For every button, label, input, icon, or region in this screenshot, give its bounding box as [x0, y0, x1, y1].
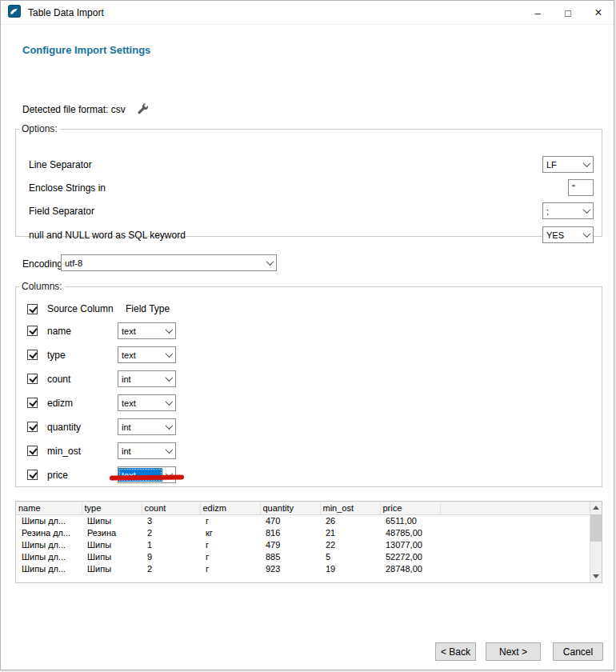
enclose-strings-input[interactable]	[568, 179, 594, 196]
maximize-button[interactable]: □	[553, 1, 583, 25]
field-separator-label: Field Separator	[29, 206, 94, 217]
app-icon	[8, 5, 21, 21]
detected-format-label: Detected file format: csv	[22, 104, 126, 115]
cell: Шипы	[82, 562, 142, 574]
field-separator-select[interactable]: ;	[542, 202, 594, 219]
line-separator-value: LF	[543, 158, 580, 171]
next-button[interactable]: Next >	[486, 642, 541, 661]
col-header-name[interactable]: name	[16, 502, 82, 514]
cell: 26	[320, 514, 380, 526]
col-header-count[interactable]: count	[142, 502, 200, 514]
column-row-min-ost: min_ost int	[27, 442, 81, 459]
minimize-button[interactable]: –	[522, 1, 553, 25]
cell: 3	[142, 514, 200, 526]
col-header-price[interactable]: price	[380, 502, 440, 514]
cell: Шипы дл...	[16, 562, 82, 574]
preview-row[interactable]: Шипы дл... Шипы 3 г 470 26 6511,00	[16, 514, 590, 526]
field-type-value: text	[118, 396, 162, 410]
preview-row[interactable]: Шипы дл... Шипы 9 г 885 5 52272,00	[16, 550, 590, 562]
cell: 9	[142, 550, 200, 562]
column-name: name	[47, 326, 71, 337]
chevron-down-icon	[162, 419, 175, 434]
null-keyword-label: null and NULL word as SQL keyword	[29, 230, 186, 241]
scroll-up-button[interactable]	[590, 502, 602, 514]
column-name: price	[47, 470, 68, 481]
window-title: Table Data Import	[28, 7, 104, 18]
column-checkbox-name[interactable]	[27, 326, 38, 336]
scroll-down-button[interactable]	[590, 570, 602, 582]
column-name: quantity	[47, 422, 81, 433]
column-checkbox-type[interactable]	[27, 350, 38, 360]
option-row-null-keyword: null and NULL word as SQL keyword YES	[29, 226, 594, 243]
col-header-quantity[interactable]: quantity	[260, 502, 320, 514]
vertical-scrollbar[interactable]	[590, 502, 602, 582]
scroll-thumb[interactable]	[590, 514, 602, 542]
column-checkbox-count[interactable]	[27, 374, 38, 384]
field-type-select-type[interactable]: text	[118, 346, 176, 363]
options-group: Options: Line Separator LF Enclose Strin…	[15, 123, 602, 237]
cell: 21	[320, 526, 380, 538]
null-keyword-value: YES	[543, 228, 580, 242]
line-separator-select[interactable]: LF	[542, 156, 594, 173]
column-checkbox-quantity[interactable]	[27, 422, 38, 432]
titlebar: Table Data Import – □ ×	[1, 1, 614, 25]
cell: Шипы	[82, 538, 142, 550]
cell: Шипы	[82, 514, 142, 526]
col-header-edizm[interactable]: edizm	[200, 502, 260, 514]
cell: г	[200, 550, 260, 562]
window-controls: – □ ×	[522, 1, 614, 25]
cell: 885	[260, 550, 320, 562]
column-checkbox-min-ost[interactable]	[27, 446, 38, 456]
col-header-min-ost[interactable]: min_ost	[320, 502, 380, 514]
field-type-select-quantity[interactable]: int	[118, 418, 176, 435]
cell: 470	[260, 514, 320, 526]
field-separator-value: ;	[543, 204, 580, 218]
chevron-down-icon	[580, 157, 593, 172]
cell: Шипы	[82, 550, 142, 562]
cell: 1	[142, 538, 200, 550]
chevron-down-icon	[580, 227, 593, 242]
preview-table: name type count edizm quantity min_ost p…	[15, 501, 602, 583]
column-checkbox-edizm[interactable]	[27, 398, 38, 408]
encoding-value: utf-8	[62, 256, 263, 270]
field-type-select-count[interactable]: int	[118, 370, 176, 387]
encoding-label: Encoding:	[22, 258, 65, 270]
cancel-button[interactable]: Cancel	[553, 642, 603, 661]
chevron-down-icon	[580, 203, 593, 218]
column-row-type: type text	[27, 346, 66, 363]
col-header-type[interactable]: type	[82, 502, 142, 514]
cell: 2	[142, 562, 200, 574]
preview-row[interactable]: Шипы дл... Шипы 1 г 479 22 13077,00	[16, 538, 590, 550]
cell: 923	[260, 562, 320, 574]
triangle-down-icon	[593, 574, 599, 578]
chevron-down-icon	[162, 323, 175, 338]
cell: 19	[320, 562, 380, 574]
cell: Резина дл...	[16, 526, 82, 538]
detected-format-row: Detected file format: csv	[22, 104, 149, 115]
columns-group: Columns: Source Column Field Type name t…	[15, 281, 602, 487]
column-row-count: count int	[27, 370, 70, 387]
cell: Шипы дл...	[16, 514, 82, 526]
column-checkbox-price[interactable]	[27, 470, 38, 480]
close-button[interactable]: ×	[583, 1, 614, 25]
column-name: min_ost	[47, 446, 81, 457]
column-row-edizm: edizm text	[27, 394, 73, 411]
column-row-name: name text	[27, 322, 71, 339]
preview-row[interactable]: Шипы дл... Шипы 2 г 923 19 28748,00	[16, 562, 590, 574]
cell: 479	[260, 538, 320, 550]
enclose-strings-label: Enclose Strings in	[29, 182, 106, 194]
back-button[interactable]: < Back	[435, 642, 476, 661]
encoding-select[interactable]: utf-8	[61, 254, 277, 271]
triangle-up-icon	[593, 506, 599, 510]
cell: 22	[320, 538, 380, 550]
preview-row[interactable]: Резина дл... Резина 2 кг 816 21 48785,00	[16, 526, 590, 538]
wrench-icon[interactable]	[137, 103, 149, 115]
field-type-select-min-ost[interactable]: int	[118, 442, 176, 459]
null-keyword-select[interactable]: YES	[542, 226, 594, 243]
options-group-label: Options:	[19, 123, 60, 134]
field-type-select-name[interactable]: text	[118, 322, 176, 339]
select-all-checkbox[interactable]	[27, 304, 38, 314]
source-column-header: Source Column	[47, 303, 114, 314]
field-type-select-edizm[interactable]: text	[118, 394, 176, 411]
cell: г	[200, 538, 260, 550]
